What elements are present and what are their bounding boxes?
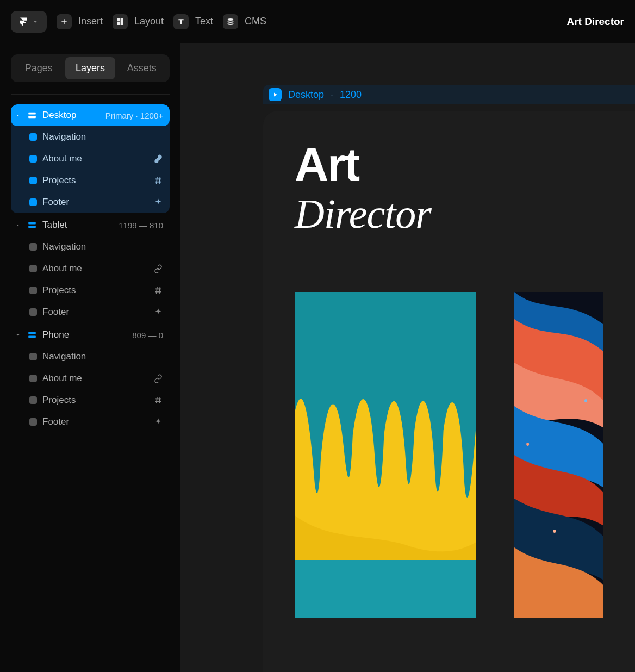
- frame-icon: [29, 418, 37, 426]
- layer-navigation[interactable]: Navigation: [11, 346, 170, 368]
- separator: ·: [331, 89, 333, 101]
- breakpoint-meta: Primary · 1200+: [105, 111, 163, 120]
- layer-label: Navigation: [42, 351, 86, 362]
- sparkle-icon: [153, 307, 163, 317]
- canvas[interactable]: Desktop · 1200 Art Director: [181, 43, 635, 672]
- svg-rect-2: [28, 222, 36, 225]
- hash-icon: [153, 176, 163, 185]
- app-menu-button[interactable]: [11, 11, 47, 33]
- breakpoint-tablet-block: Tablet 1199 — 810 Navigation About me: [11, 214, 170, 323]
- database-icon: [223, 14, 238, 29]
- layer-label: Projects: [42, 285, 76, 296]
- layer-about-me[interactable]: About me: [11, 148, 170, 170]
- frame-icon: [29, 198, 37, 206]
- frame-icon: [29, 133, 37, 141]
- layer-label: Navigation: [42, 132, 86, 142]
- toolbar-cms[interactable]: CMS: [223, 14, 266, 29]
- layer-label: About me: [42, 373, 82, 384]
- caret-down-icon: [14, 221, 22, 229]
- frame-icon: [29, 308, 37, 316]
- artwork-image[interactable]: [295, 292, 476, 618]
- sparkle-icon: [153, 197, 163, 207]
- framer-logo-icon: [18, 17, 28, 27]
- layer-label: About me: [42, 153, 82, 164]
- svg-point-10: [553, 530, 556, 533]
- svg-rect-4: [28, 332, 36, 334]
- layer-footer[interactable]: Footer: [11, 301, 170, 323]
- breakpoint-label: Desktop: [42, 110, 76, 121]
- toolbar-cms-label: CMS: [245, 16, 266, 27]
- layer-label: Projects: [42, 395, 76, 406]
- toolbar-layout[interactable]: Layout: [113, 14, 164, 29]
- layer-about-me[interactable]: About me: [11, 258, 170, 279]
- breakpoint-desktop-block: Desktop Primary · 1200+ Navigation About…: [11, 104, 170, 213]
- toolbar-text[interactable]: Text: [173, 14, 213, 29]
- frame-desktop[interactable]: Art Director: [263, 111, 635, 672]
- toolbar-text-label: Text: [195, 16, 213, 27]
- breakpoint-label: Tablet: [42, 220, 67, 231]
- breakpoint-label: Phone: [42, 329, 69, 340]
- layer-label: Projects: [42, 175, 76, 186]
- divider: [11, 94, 170, 95]
- sidebar: Pages Layers Assets Desktop Primary · 12…: [0, 43, 181, 672]
- topbar: Insert Layout Text CMS Art Director: [0, 0, 635, 43]
- layout-icon: [113, 14, 128, 29]
- frame-icon: [29, 243, 37, 251]
- frame-icon: [29, 375, 37, 382]
- svg-rect-3: [28, 226, 36, 228]
- hero-subtitle: Director: [295, 190, 603, 238]
- link-icon: [153, 264, 163, 273]
- layer-label: Footer: [42, 416, 69, 427]
- artwork-image[interactable]: [514, 292, 603, 618]
- svg-point-9: [584, 399, 587, 402]
- breakpoint-phone[interactable]: Phone 809 — 0: [11, 324, 170, 346]
- tab-assets[interactable]: Assets: [116, 57, 167, 79]
- frame-icon: [29, 287, 37, 294]
- hash-icon: [153, 395, 163, 405]
- breakpoint-tablet[interactable]: Tablet 1199 — 810: [11, 214, 170, 236]
- frame-icon: [29, 353, 37, 360]
- breakpoint-icon: [27, 220, 37, 230]
- caret-down-icon: [14, 331, 22, 339]
- layer-projects[interactable]: Projects: [11, 389, 170, 411]
- tab-pages[interactable]: Pages: [14, 57, 64, 79]
- layer-footer[interactable]: Footer: [11, 411, 170, 433]
- layer-label: Navigation: [42, 241, 86, 252]
- caret-down-icon: [14, 111, 22, 119]
- project-name[interactable]: Art Director: [566, 16, 624, 28]
- breakpoint-icon: [27, 330, 37, 340]
- svg-rect-1: [28, 116, 36, 119]
- layer-about-me[interactable]: About me: [11, 368, 170, 389]
- layer-label: About me: [42, 263, 82, 274]
- hero-title: Art: [295, 142, 603, 187]
- frame-icon: [29, 265, 37, 272]
- svg-point-8: [526, 443, 529, 446]
- frame-icon: [29, 177, 37, 184]
- svg-rect-0: [28, 113, 36, 115]
- layer-navigation[interactable]: Navigation: [11, 236, 170, 258]
- frame-name: Desktop: [288, 89, 324, 101]
- layer-label: Footer: [42, 307, 69, 318]
- breakpoint-phone-block: Phone 809 — 0 Navigation About me Proj: [11, 324, 170, 433]
- frame-size: 1200: [340, 89, 362, 101]
- play-icon: [269, 88, 282, 101]
- chevron-down-icon: [32, 18, 39, 26]
- artwork-row: [295, 292, 603, 618]
- toolbar-insert[interactable]: Insert: [57, 14, 103, 29]
- layers-tree: Desktop Primary · 1200+ Navigation About…: [11, 104, 170, 434]
- toolbar-layout-label: Layout: [134, 16, 164, 27]
- breakpoint-desktop[interactable]: Desktop Primary · 1200+: [11, 104, 170, 126]
- frame-icon: [29, 396, 37, 404]
- layer-projects[interactable]: Projects: [11, 170, 170, 191]
- plus-icon: [57, 14, 72, 29]
- text-icon: [173, 14, 189, 29]
- breakpoint-meta: 809 — 0: [132, 331, 163, 340]
- svg-rect-5: [28, 336, 36, 338]
- layer-navigation[interactable]: Navigation: [11, 126, 170, 148]
- layer-projects[interactable]: Projects: [11, 279, 170, 301]
- breakpoint-meta: 1199 — 810: [119, 221, 163, 230]
- tab-layers[interactable]: Layers: [65, 57, 116, 79]
- layer-footer[interactable]: Footer: [11, 191, 170, 213]
- frame-header[interactable]: Desktop · 1200: [263, 85, 635, 104]
- link-icon: [153, 374, 163, 383]
